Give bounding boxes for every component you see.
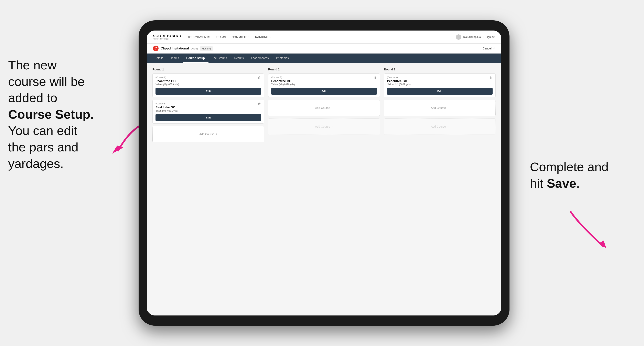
round-1-label: Round 1 — [152, 68, 264, 71]
arrow-right-indicator — [558, 208, 620, 252]
round2-course-a-delete-icon[interactable]: 🗑 — [373, 76, 377, 80]
sign-out-link[interactable]: Sign out — [486, 35, 495, 38]
round1-add-plus-icon: + — [216, 133, 217, 136]
tab-results[interactable]: Results — [230, 53, 248, 63]
tab-details[interactable]: Details — [151, 53, 167, 63]
round2-course-a-card: 🗑 (Course A) Peachtree GC Yellow (M) (66… — [268, 73, 380, 97]
round1-course-b-edit-button[interactable]: Edit — [156, 114, 261, 121]
user-email: blair@clippd.io — [463, 35, 480, 38]
round1-course-b-delete-icon[interactable]: 🗑 — [258, 102, 262, 106]
cancel-icon: ✕ — [493, 47, 495, 50]
brand-title: SCOREBOARD — [153, 34, 182, 38]
round3-course-a-name: Peachtree GC — [387, 79, 492, 83]
round1-course-b-details: Black (M) (6891 yds) — [156, 109, 261, 112]
round2-course-a-name: Peachtree GC — [271, 79, 377, 83]
round3-course-a-details: Yellow (M) (6629 yds) — [387, 83, 492, 86]
rounds-grid: Round 1 🗑 (Course A) Peachtree GC Yellow… — [152, 68, 496, 145]
round1-course-b-label: (Course B) — [156, 102, 261, 105]
nav-link-tournaments[interactable]: TOURNAMENTS — [188, 35, 210, 39]
tournament-logo: C — [153, 46, 158, 51]
round1-course-a-label: (Course A) — [156, 76, 261, 79]
sub-navigation: Details Teams Course Setup Tee Groups Re… — [147, 53, 501, 63]
tournament-info: C Clippd Invitational (Men) Hosting — [153, 46, 213, 51]
round2-course-a-details: Yellow (M) (6629 yds) — [271, 83, 377, 86]
nav-link-committee[interactable]: COMMITTEE — [232, 35, 250, 39]
round3-add-plus-icon: + — [447, 106, 449, 110]
round2-add-plus-disabled-icon: + — [331, 125, 333, 128]
brand-logo: SCOREBOARD Powered by clippd — [153, 34, 182, 40]
round-3-column: Round 3 🗑 (Course A) Peachtree GC Yellow… — [384, 68, 496, 145]
pipe-separator: | — [483, 35, 484, 38]
round1-course-a-card: 🗑 (Course A) Peachtree GC Yellow (M) (66… — [152, 73, 264, 97]
round1-course-b-name: East Lake GC — [156, 105, 261, 109]
nav-link-teams[interactable]: TEAMS — [216, 35, 226, 39]
brand-subtitle: Powered by clippd — [153, 38, 182, 40]
round2-course-a-label: (Course A) — [271, 76, 377, 79]
round-3-label: Round 3 — [384, 68, 496, 71]
nav-user: blair@clippd.io | Sign out — [456, 34, 495, 40]
tablet-device: SCOREBOARD Powered by clippd TOURNAMENTS… — [138, 20, 510, 326]
nav-links: TOURNAMENTS TEAMS COMMITTEE RANKINGS — [188, 35, 456, 39]
round3-course-a-card: 🗑 (Course A) Peachtree GC Yellow (M) (66… — [384, 73, 496, 97]
round1-course-a-name: Peachtree GC — [156, 79, 261, 83]
top-navbar: SCOREBOARD Powered by clippd TOURNAMENTS… — [147, 30, 501, 43]
round3-add-course-disabled: Add Course + — [384, 119, 496, 135]
annotation-right: Complete and hit Save. — [530, 159, 632, 191]
round1-course-a-details: Yellow (M) (6629 yds) — [156, 83, 261, 86]
svg-marker-0 — [112, 146, 123, 154]
tab-teams[interactable]: Teams — [167, 53, 182, 63]
tab-course-setup[interactable]: Course Setup — [182, 53, 208, 63]
round3-add-plus-disabled-icon: + — [447, 125, 449, 128]
tournament-gender: (Men) — [191, 47, 198, 50]
tab-printables[interactable]: Printables — [272, 53, 292, 63]
round1-course-a-delete-icon[interactable]: 🗑 — [258, 76, 262, 80]
round1-course-a-edit-button[interactable]: Edit — [156, 88, 261, 95]
round3-add-course-button[interactable]: Add Course + — [384, 100, 496, 116]
round3-course-a-label: (Course A) — [387, 76, 492, 79]
tournament-name: Clippd Invitational — [160, 47, 189, 50]
round1-add-course-button[interactable]: Add Course + — [152, 126, 264, 142]
round-1-column: Round 1 🗑 (Course A) Peachtree GC Yellow… — [152, 68, 264, 145]
nav-link-rankings[interactable]: RANKINGS — [255, 35, 271, 39]
tournament-bar: C Clippd Invitational (Men) Hosting Canc… — [147, 43, 501, 53]
user-avatar — [456, 34, 461, 40]
round3-course-a-delete-icon[interactable]: 🗑 — [489, 76, 493, 80]
round2-course-a-edit-button[interactable]: Edit — [271, 88, 377, 95]
tournament-status: Hosting — [200, 46, 213, 51]
round2-add-course-button[interactable]: Add Course + — [268, 100, 380, 116]
round-2-column: Round 2 🗑 (Course A) Peachtree GC Yellow… — [268, 68, 380, 145]
tab-tee-groups[interactable]: Tee Groups — [208, 53, 230, 63]
tab-leaderboards[interactable]: Leaderboards — [248, 53, 272, 63]
round2-add-plus-icon: + — [331, 106, 333, 110]
cancel-button[interactable]: Cancel ✕ — [482, 47, 495, 50]
round3-course-a-edit-button[interactable]: Edit — [387, 88, 492, 95]
round-2-label: Round 2 — [268, 68, 380, 71]
round2-add-course-disabled: Add Course + — [268, 119, 380, 135]
round1-course-b-card: 🗑 (Course B) East Lake GC Black (M) (689… — [152, 100, 264, 124]
main-content: Round 1 🗑 (Course A) Peachtree GC Yellow… — [147, 63, 501, 316]
tablet-screen: SCOREBOARD Powered by clippd TOURNAMENTS… — [147, 30, 501, 316]
